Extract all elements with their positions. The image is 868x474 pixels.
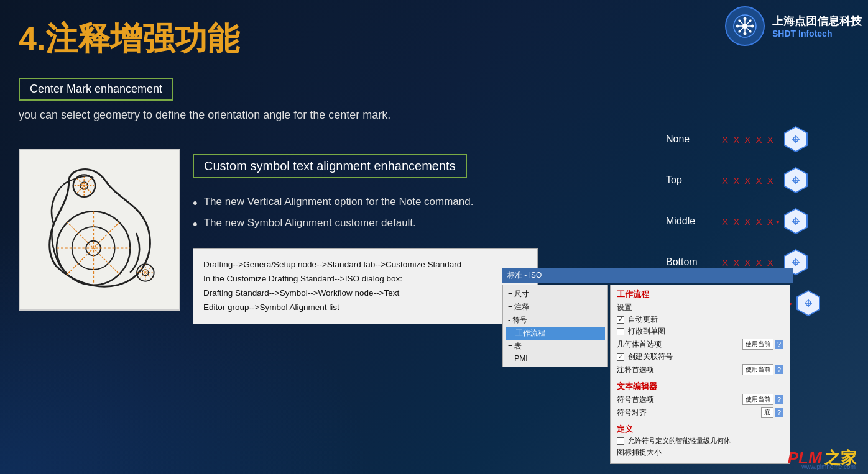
alignment-label-middle: Middle bbox=[666, 216, 716, 227]
row-symbol-pref: 符号首选项 使用当前 ? bbox=[617, 394, 783, 405]
center-mark-section-box: Center Mark enhancement bbox=[19, 78, 173, 101]
settings-section3: 定义 bbox=[617, 424, 783, 435]
bullet-item-1: • The new Vertical Alignment option for … bbox=[193, 196, 473, 211]
row-geometry: 几何体首选项 使用当前 ? bbox=[617, 339, 783, 350]
select-geometry[interactable]: 使用当前 bbox=[742, 339, 773, 350]
checkbox-label-scatter: 打散到单图 bbox=[628, 326, 665, 337]
svg-point-7 bbox=[744, 32, 747, 35]
checkbox-auto-update[interactable]: ✓ bbox=[617, 316, 624, 324]
alignment-label-top: Top bbox=[666, 175, 716, 186]
tree-panel: + 尺寸 + 注释 - 符号 工作流程 + 表 + PMI bbox=[502, 285, 608, 367]
hexagon-anchor bbox=[793, 288, 823, 318]
svg-point-6 bbox=[744, 17, 747, 21]
btn-symbol-pref-help[interactable]: ? bbox=[775, 395, 783, 404]
bullet-item-2: • The new Symbol Alignment customer defa… bbox=[193, 217, 473, 232]
iso-header: 标准 - ISO bbox=[502, 268, 793, 283]
bullet-list: • The new Vertical Alignment option for … bbox=[193, 196, 473, 238]
tree-item-table[interactable]: + 表 bbox=[506, 340, 605, 353]
checkbox-row-auto: ✓ 自动更新 bbox=[617, 314, 783, 325]
svg-point-9 bbox=[751, 25, 754, 28]
btn-symbol-align-help[interactable]: ? bbox=[775, 408, 783, 417]
custom-symbol-box: Custom symbol text alignment enhancement… bbox=[193, 154, 467, 178]
custom-symbol-label: Custom symbol text alignment enhancement… bbox=[204, 159, 456, 173]
company-name-en: SHDT Infotech bbox=[772, 29, 862, 39]
hexagon-none bbox=[781, 124, 811, 154]
label-geometry: 几何体首选项 bbox=[617, 339, 662, 350]
btn-annotation-help[interactable]: ? bbox=[775, 365, 783, 374]
svg-point-12 bbox=[739, 30, 741, 33]
btn-geometry-help[interactable]: ? bbox=[775, 340, 783, 349]
alignment-row-top: Top X X X X X bbox=[666, 165, 859, 195]
code-box: Drafting-->Genera/Setup node-->Standard … bbox=[193, 248, 538, 324]
select-symbol-align[interactable]: 底 bbox=[761, 407, 773, 418]
row-icon-size: 图标捕捉大小 bbox=[617, 447, 783, 458]
label-symbol-pref: 符号首选项 bbox=[617, 394, 654, 405]
tree-item-dimension[interactable]: + 尺寸 bbox=[506, 288, 605, 301]
bullet-text-2: The new Symbol Alignment customer defaul… bbox=[204, 217, 416, 229]
tree-item-symbol[interactable]: - 符号 bbox=[506, 314, 605, 327]
settings-title: 工作流程 bbox=[617, 289, 783, 300]
center-mark-label: Center Mark enhancement bbox=[30, 83, 162, 95]
checkbox-label-auto: 自动更新 bbox=[628, 314, 658, 325]
page-title: 4.注释增强功能 bbox=[19, 17, 239, 61]
select-symbol-pref[interactable]: 使用当前 bbox=[742, 394, 773, 405]
xxxxx-top: X X X X X bbox=[722, 175, 775, 186]
select-annotation[interactable]: 使用当前 bbox=[742, 364, 773, 375]
xxxxx-none: X X X X X bbox=[722, 134, 775, 145]
svg-point-13 bbox=[749, 30, 752, 33]
alignment-label-none: None bbox=[666, 134, 716, 145]
row-annotation: 注释首选项 使用当前 ? bbox=[617, 364, 783, 375]
company-name-cn: 上海点团信息科技 bbox=[772, 14, 862, 29]
checkbox-label-symbol: 创建关联符号 bbox=[628, 352, 673, 362]
bullet-text-1: The new Vertical Alignment option for th… bbox=[204, 196, 474, 208]
svg-point-8 bbox=[736, 25, 739, 28]
alignment-row-middle: Middle X X X X X ● bbox=[666, 206, 859, 236]
center-mark-diagram bbox=[19, 149, 180, 311]
watermark-url: www.plmhome.com bbox=[801, 463, 856, 470]
bullet-dot-2: • bbox=[193, 217, 198, 232]
checkbox-row-scatter: 打散到单图 bbox=[617, 326, 783, 337]
svg-point-10 bbox=[739, 20, 741, 22]
description-text: you can select geometry to define the or… bbox=[19, 109, 390, 122]
svg-point-5 bbox=[742, 24, 747, 29]
code-text: Drafting-->Genera/Setup node-->Standard … bbox=[203, 260, 461, 312]
hexagon-top bbox=[781, 165, 811, 195]
xxxxx-middle: X X X X X bbox=[722, 216, 775, 227]
checkbox-row-symbol: ✓ 创建关联符号 bbox=[617, 352, 783, 362]
settings-section1: 设置 bbox=[617, 303, 783, 313]
bullet-dot-1: • bbox=[193, 196, 198, 211]
logo-icon bbox=[725, 6, 765, 46]
tree-item-annotation[interactable]: + 注释 bbox=[506, 301, 605, 314]
label-symbol-align: 符号对齐 bbox=[617, 408, 647, 418]
settings-section2: 文本编辑器 bbox=[617, 381, 783, 392]
alignment-row-none: None X X X X X bbox=[666, 124, 859, 154]
alignment-label-bottom: Bottom bbox=[666, 257, 716, 268]
row-symbol-align: 符号对齐 底 ? bbox=[617, 407, 783, 418]
company-info: 上海点团信息科技 SHDT Infotech bbox=[772, 14, 862, 39]
tree-item-pmi[interactable]: + PMI bbox=[506, 353, 605, 364]
xxxxx-bottom: X X X X X bbox=[722, 257, 775, 268]
tree-item-workflow[interactable]: 工作流程 bbox=[506, 327, 605, 340]
label-annotation: 注释首选项 bbox=[617, 365, 654, 375]
hexagon-middle: ● bbox=[781, 206, 811, 236]
checkbox-scatter[interactable] bbox=[617, 328, 624, 335]
svg-point-11 bbox=[749, 20, 752, 22]
settings-panel: 工作流程 设置 ✓ 自动更新 打散到单图 几何体首选项 使用当前 ? ✓ 创建关… bbox=[610, 285, 790, 464]
checkbox-smart[interactable] bbox=[617, 437, 624, 445]
checkbox-label-smart: 允许符号定义的智能轻量级几何体 bbox=[628, 436, 731, 445]
iso-header-text: 标准 - ISO bbox=[507, 271, 542, 280]
checkbox-row-smart: 允许符号定义的智能轻量级几何体 bbox=[617, 436, 783, 445]
label-icon-size: 图标捕捉大小 bbox=[617, 448, 662, 457]
checkbox-symbol[interactable]: ✓ bbox=[617, 353, 624, 361]
logo-area: 上海点团信息科技 SHDT Infotech bbox=[725, 6, 862, 46]
